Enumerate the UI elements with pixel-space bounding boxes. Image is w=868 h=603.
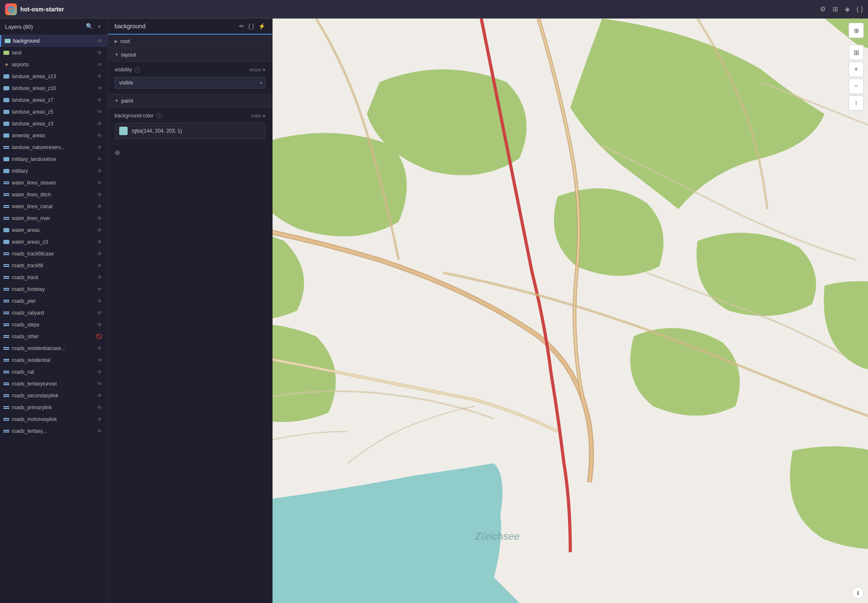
layer-item[interactable]: water_lines_river 👁 [0, 212, 107, 224]
layer-item[interactable]: water_lines_canal 👁 [0, 201, 107, 212]
layer-visibility-icon[interactable]: 👁 [97, 239, 102, 245]
color-value-text: rgba(144, 204, 203, 1) [132, 128, 261, 134]
topbar: 🌐 hot-osm-starter ⚙ ⊞ ◈ { } [0, 0, 868, 19]
layer-visibility-icon[interactable]: 👁 [97, 381, 102, 387]
layer-visibility-icon[interactable]: 👁 [97, 322, 102, 328]
layer-visibility-icon[interactable]: 🚫 [96, 334, 102, 340]
visibility-select[interactable]: visible none [115, 77, 265, 89]
layer-item[interactable]: roads_pier 👁 [0, 295, 107, 307]
search-layers-icon[interactable]: 🔍 [86, 23, 93, 30]
layer-visibility-icon[interactable]: 👁 [97, 62, 102, 68]
layer-item[interactable]: landuse_areas_z7 👁 [0, 94, 107, 106]
layer-visibility-icon[interactable]: 👁 [97, 50, 102, 56]
layer-visibility-icon[interactable]: 👁 [97, 192, 102, 198]
layer-item[interactable]: roads_tertiary... 👁 [0, 425, 107, 437]
layer-visibility-icon[interactable]: 👁 [97, 310, 102, 316]
layer-visibility-icon[interactable]: 👁 [97, 168, 102, 174]
edit-icon[interactable]: ✏ [239, 23, 244, 30]
code-props-icon[interactable]: { } [248, 23, 254, 30]
layer-item[interactable]: roads_secondarylink 👁 [0, 390, 107, 402]
layer-item[interactable]: roads_track 👁 [0, 272, 107, 283]
layer-item[interactable]: roads_residential 👁 [0, 354, 107, 366]
layer-item[interactable]: roads_motorwaylink 👁 [0, 413, 107, 425]
layer-visibility-icon[interactable]: 👁 [97, 85, 102, 91]
layer-visibility-icon[interactable]: 👁 [97, 133, 102, 139]
layer-visibility-icon[interactable]: 👁 [97, 38, 102, 44]
layer-item[interactable]: roads_rail 👁 [0, 366, 107, 378]
visibility-type[interactable]: enum ▾ [249, 67, 265, 73]
layer-item[interactable]: ✈ airports 👁 [0, 59, 107, 71]
color-value-row[interactable]: rgba(144, 204, 203, 1) [115, 123, 265, 139]
layer-visibility-icon[interactable]: 👁 [97, 156, 102, 162]
layer-visibility-icon[interactable]: 👁 [97, 73, 102, 79]
layer-visibility-icon[interactable]: 👁 [97, 416, 102, 422]
layer-item[interactable]: water_areas 👁 [0, 224, 107, 236]
settings-icon[interactable]: ⚙ [820, 5, 826, 13]
layer-visibility-icon[interactable]: 👁 [97, 251, 102, 257]
layer-item[interactable]: roads_steps 👁 [0, 319, 107, 331]
root-section-header[interactable]: ▶ root [108, 35, 272, 48]
layer-visibility-icon[interactable]: 👁 [97, 357, 102, 363]
layer-item[interactable]: water_areas_z3 👁 [0, 236, 107, 248]
layer-item[interactable]: land 👁 [0, 47, 107, 59]
layers-icon[interactable]: ◈ [845, 5, 850, 13]
layer-item[interactable]: roads_primarylink 👁 [0, 402, 107, 413]
layer-visibility-icon[interactable]: 👁 [97, 97, 102, 103]
layer-visibility-icon[interactable]: 👁 [97, 428, 102, 434]
code-icon[interactable]: { } [857, 5, 863, 13]
layer-visibility-icon[interactable]: 👁 [97, 345, 102, 351]
layer-visibility-icon[interactable]: 👁 [97, 298, 102, 304]
layer-item[interactable]: amenity_areas 👁 [0, 130, 107, 141]
layer-visibility-icon[interactable]: 👁 [97, 121, 102, 127]
layer-visibility-icon[interactable]: 👁 [97, 274, 102, 280]
layer-visibility-icon[interactable]: 👁 [97, 204, 102, 209]
layer-type-icon: ✈ [3, 62, 9, 68]
layer-name: amenity_areas [12, 133, 95, 139]
compass-button[interactable]: ↑ [849, 95, 864, 111]
layer-item[interactable]: water_lines_ditch 👁 [0, 189, 107, 201]
layer-item[interactable]: background 👁 [0, 35, 107, 47]
table-icon[interactable]: ⊞ [833, 5, 838, 13]
layer-visibility-icon[interactable]: 👁 [97, 227, 102, 233]
bg-color-info-icon[interactable]: i [156, 113, 162, 119]
layer-item[interactable]: roads_other 🚫 [0, 331, 107, 342]
layer-visibility-icon[interactable]: 👁 [97, 144, 102, 150]
layer-item[interactable]: roads_trackfillcase 👁 [0, 248, 107, 260]
background-color-label: background-color i [115, 113, 162, 119]
layer-item[interactable]: roads_trackfill 👁 [0, 260, 107, 272]
layer-type-icon [3, 334, 9, 340]
layer-visibility-icon[interactable]: 👁 [97, 263, 102, 269]
layer-visibility-icon[interactable]: 👁 [97, 286, 102, 292]
layer-item[interactable]: roads_residentialcase... 👁 [0, 342, 107, 354]
layer-item[interactable]: landuse_areas_z13 👁 [0, 71, 107, 82]
visibility-info-icon[interactable]: i [134, 67, 140, 73]
layer-visibility-icon[interactable]: 👁 [97, 393, 102, 399]
layer-item[interactable]: military 👁 [0, 165, 107, 177]
layout-section-header[interactable]: ▼ layout [108, 48, 272, 62]
zoom-out-button[interactable]: − [849, 79, 864, 94]
layer-item[interactable]: roads_tertiarytunnel 👁 [0, 378, 107, 390]
add-layer-icon[interactable]: ＋ [96, 23, 102, 30]
paint-section-header[interactable]: ▼ paint [108, 94, 272, 108]
layer-item[interactable]: roads_railyard 👁 [0, 307, 107, 319]
layer-visibility-icon[interactable]: 👁 [97, 369, 102, 375]
map-info-button[interactable]: ℹ [852, 587, 864, 599]
layer-item[interactable]: water_lines_stream 👁 [0, 177, 107, 189]
layer-item[interactable]: landuse_areas_z3 👁 [0, 118, 107, 130]
add-property-button[interactable]: ⊕ [108, 144, 272, 161]
geolocate-button[interactable]: ⊕ [849, 23, 864, 38]
grid-button[interactable]: ⊞ [849, 45, 864, 60]
layer-item[interactable]: landuse_naturereserv... 👁 [0, 141, 107, 153]
flash-icon[interactable]: ⚡ [258, 23, 265, 30]
props-layer-name: background [115, 23, 145, 30]
layer-visibility-icon[interactable]: 👁 [97, 109, 102, 115]
layer-visibility-icon[interactable]: 👁 [97, 215, 102, 221]
layer-item[interactable]: military_landuselow 👁 [0, 153, 107, 165]
zoom-in-button[interactable]: + [849, 62, 864, 77]
layer-item[interactable]: landuse_areas_z10 👁 [0, 82, 107, 94]
layer-visibility-icon[interactable]: 👁 [97, 180, 102, 186]
bg-color-type[interactable]: color ▾ [251, 113, 265, 119]
layer-item[interactable]: landuse_areas_z5 👁 [0, 106, 107, 118]
layer-visibility-icon[interactable]: 👁 [97, 405, 102, 410]
layer-item[interactable]: roads_footway 👁 [0, 283, 107, 295]
